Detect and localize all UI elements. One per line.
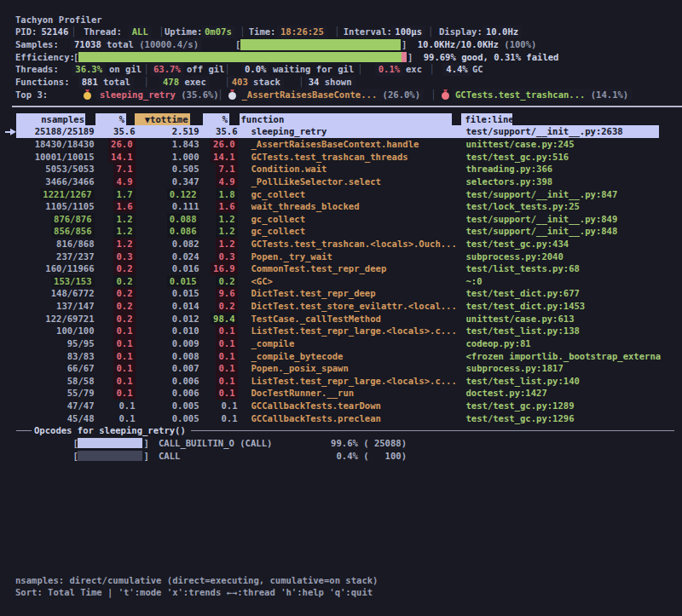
threads-line: Threads:36.3%on gil63.7%off gil0.0%waiti… — [0, 63, 682, 76]
cell-nsamples: 47/47 — [67, 400, 95, 412]
separator: │ — [431, 89, 436, 101]
cell-nsamples: 83/83 — [67, 350, 95, 363]
gold-medal-icon — [83, 89, 92, 101]
table-row[interactable]: 148/67720.20.0159.6DictTest.test_repr_de… — [0, 287, 682, 300]
cell-function: _PollLikeSelector.select — [251, 176, 381, 188]
time-value: 18:26:25 — [277, 26, 327, 38]
uptime-label: Uptime: — [165, 26, 202, 38]
separator-line — [16, 430, 32, 431]
cell-pct-cumulative: 0.1 — [216, 375, 237, 388]
interval-value: 100μs — [391, 26, 425, 38]
table-row[interactable]: 55/790.10.0060.1DocTestRunner.__rundocte… — [0, 387, 682, 400]
cell-nsamples: 45/48 — [67, 412, 95, 425]
cell-nsamples: 237/237 — [56, 250, 94, 263]
table-row[interactable]: 66/670.10.0070.1Popen._posix_spawnsubpro… — [0, 362, 682, 375]
table-row[interactable]: 95/950.10.0090.1_compilecodeop.py:81 — [0, 337, 682, 350]
table-row[interactable]: 237/2370.30.0240.3Popen._try_waitsubproc… — [0, 250, 682, 263]
table-row[interactable]: 137/1470.20.0140.2DictTest.test_store_ev… — [0, 300, 682, 313]
cell-file: <frozen importlib._bootstrap_externa — [466, 350, 662, 363]
opcode-bar — [78, 438, 142, 449]
opcode-stat: 99.6% ( 25088) — [331, 437, 407, 450]
table-row[interactable]: 122/697210.20.01298.4TestCase._callTestM… — [0, 313, 682, 325]
separator: │ — [159, 26, 164, 38]
table-row[interactable]: 876/8761.20.0881.2gc_collecttest/support… — [0, 213, 682, 226]
table-row[interactable]: 47/470.10.0050.1GCCallbackTests.tearDown… — [0, 400, 682, 412]
separator: │ — [143, 76, 148, 89]
cell-pct-direct: 1.2 — [113, 238, 135, 250]
functions-stat-label: total — [98, 77, 130, 87]
threads-label: Threads: — [15, 63, 59, 76]
table-row[interactable]: 58/580.10.0060.1ListTest.test_repr_large… — [0, 375, 682, 388]
column-header-tottime: ▼tottime — [145, 113, 188, 126]
threads-stat-value: 36.3% — [72, 63, 106, 76]
cell-tottime: 0.007 — [172, 362, 199, 375]
bar-fill — [402, 52, 407, 63]
functions-stat-label: exec — [179, 77, 206, 87]
cell-tottime: 2.519 — [172, 125, 199, 138]
silver-medal-icon — [228, 89, 237, 101]
functions-stat-value: 34 — [309, 77, 320, 87]
table-row[interactable]: 856/8561.20.0861.2gc_collecttest/support… — [0, 225, 682, 238]
separator: │ — [428, 26, 433, 38]
pid-value: 52146 — [38, 26, 72, 38]
table-row[interactable]: 153/1530.20.0150.2<GC>~:0 — [0, 275, 682, 288]
table-row[interactable]: 100/1000.10.0100.1ListTest.test_repr_lar… — [0, 325, 682, 337]
cell-tottime: 0.008 — [172, 350, 199, 363]
table-row[interactable]: 25188/2518935.62.51935.6sleeping_retryte… — [0, 125, 682, 138]
cell-file: threading.py:366 — [466, 163, 553, 176]
cell-pct-cumulative: 0.1 — [221, 412, 237, 425]
table-row[interactable]: 45/480.10.0050.1GCCallbackTests.preclean… — [0, 412, 682, 425]
cell-pct-direct: 4.9 — [113, 176, 135, 188]
column-header-file: file:line — [465, 113, 514, 126]
cell-pct-cumulative: 1.2 — [216, 213, 237, 226]
table-row[interactable]: 5053/50537.10.5057.1Condition.waitthread… — [0, 163, 682, 176]
samples-rate-pct: (100%) — [499, 39, 536, 49]
top3-line: Top 3:sleeping_retry (35.6%)_AssertRaise… — [0, 89, 682, 101]
table-row[interactable]: 18430/1843026.01.84326.0_AssertRaisesBas… — [0, 138, 682, 151]
top3-item-name: _AssertRaisesBaseConte... — [242, 89, 378, 100]
cell-function: sleeping_retry — [251, 125, 327, 138]
thread-label: Thread: — [84, 26, 121, 38]
bar-close-bracket: ] — [144, 450, 149, 463]
table-row[interactable]: 83/830.10.0080.1_compile_bytecode<frozen… — [0, 350, 682, 363]
column-header-pct-cumulative: % — [223, 113, 228, 126]
column-header-nsamples: nsamples — [41, 113, 84, 126]
cell-function: GCTests.test_trashcan.<locals>.Ouch... — [251, 238, 457, 250]
cell-tottime: 0.006 — [172, 375, 199, 388]
cell-file: test/test_list.py:140 — [466, 375, 580, 388]
opcodes-title: Opcodes for sleeping_retry() — [34, 424, 186, 437]
table-row[interactable]: 3466/34664.90.3474.9_PollLikeSelector.se… — [0, 176, 682, 188]
threads-stat-label: off gil — [187, 63, 224, 76]
selected-row-arrow-icon — [5, 125, 16, 138]
cell-pct-cumulative: 1.2 — [216, 238, 237, 250]
table-row[interactable]: 1105/11051.60.1111.6wait_threads_blocked… — [0, 200, 682, 213]
cell-file: test/test_gc.py:1296 — [466, 412, 575, 425]
cell-file: test/test_gc.py:434 — [466, 238, 569, 250]
cell-nsamples: 55/79 — [67, 387, 95, 400]
cell-pct-cumulative: 26.0 — [211, 138, 237, 151]
cell-function: <GC> — [251, 275, 273, 288]
samples-line: Samples:71038 total (10000.4/s)[]10.0KHz… — [0, 38, 682, 51]
cell-function: TestCase._callTestMethod — [251, 313, 381, 325]
cell-file: test/test_gc.py:1289 — [466, 400, 575, 412]
cell-pct-cumulative: 14.1 — [211, 151, 237, 164]
cell-pct-cumulative: 7.1 — [216, 163, 237, 176]
cell-tottime: 0.111 — [172, 200, 199, 213]
separator-line — [191, 430, 674, 431]
table-row[interactable]: 1221/12671.70.1221.8gc_collecttest/suppo… — [0, 188, 682, 201]
table-row[interactable]: 160/119660.20.01616.9CommonTest.test_rep… — [0, 262, 682, 275]
opcode-stat: 0.4% ( 100) — [336, 450, 407, 463]
cell-tottime: 0.505 — [172, 163, 199, 176]
top3-item-pct: (35.6%) — [176, 89, 219, 100]
top3-item: _AssertRaisesBaseConte... (26.0%) — [239, 89, 425, 101]
bar-close-bracket: ] — [144, 437, 149, 450]
efficiency-label: Efficiency: — [15, 51, 75, 64]
efficiency-line: Efficiency:[]99.69% good, 0.31% failed — [0, 51, 682, 64]
table-row[interactable]: 10001/1001514.11.00014.1GCTests.test_tra… — [0, 151, 682, 164]
table-row[interactable]: 816/8681.20.0821.2GCTests.test_trashcan.… — [0, 238, 682, 250]
cell-nsamples: 816/868 — [56, 238, 94, 250]
cell-tottime: 0.006 — [172, 387, 199, 400]
cell-pct-direct: 1.7 — [113, 188, 135, 201]
separator: │ — [71, 26, 76, 38]
cell-function: CommonTest.test_repr_deep — [251, 262, 387, 275]
